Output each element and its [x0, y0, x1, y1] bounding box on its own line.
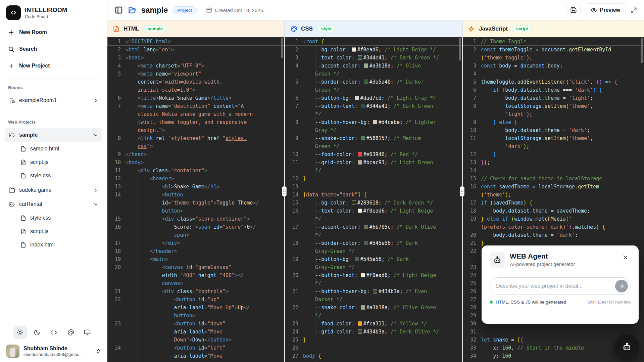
- grip-dots-icon: [461, 189, 463, 194]
- fullscreen-button[interactable]: [630, 7, 637, 14]
- sidebar-menu: New Room Search New Project: [5, 25, 102, 75]
- grip-dots-icon: [283, 189, 286, 194]
- file-name: sample.html: [30, 146, 59, 152]
- project-item-sudoku-game[interactable]: sudoku game: [5, 183, 102, 197]
- css-file-badge: style: [317, 25, 336, 32]
- folder-open-icon: [9, 132, 15, 138]
- theme-light-button[interactable]: [13, 326, 27, 339]
- html-scrollbar[interactable]: [281, 38, 283, 58]
- send-button[interactable]: [615, 280, 628, 292]
- preview-button[interactable]: Preview: [585, 3, 626, 17]
- sidebar: INTELLIROOM Code Smart New Room Search N…: [0, 0, 107, 362]
- file-item-style-css[interactable]: style.css: [18, 169, 102, 182]
- moon-icon: [34, 329, 40, 336]
- code-icon: [50, 329, 57, 336]
- file-item-sample-html[interactable]: sample.html: [18, 142, 102, 155]
- file-code-icon: [20, 160, 26, 165]
- search-label: Search: [19, 46, 37, 52]
- file-item-style-css[interactable]: style.css: [18, 211, 102, 225]
- css-panel: CSS style 1:root {2 --bg-color: #f0ead6;…: [284, 20, 462, 362]
- new-room-label: New Room: [19, 29, 47, 35]
- file-name: script.js: [30, 228, 48, 234]
- project-item-carRental[interactable]: carRental: [5, 197, 102, 211]
- profile-name: Shubham Shinde: [23, 346, 92, 352]
- css-panel-header: CSS style: [285, 20, 462, 37]
- new-project-label: New Project: [19, 63, 50, 69]
- new-project-button[interactable]: New Project: [5, 58, 102, 73]
- chevron-right-icon[interactable]: [93, 188, 98, 193]
- panel-resize-handle-2[interactable]: [460, 186, 464, 196]
- css-panel-label: CSS: [301, 26, 313, 32]
- avatar: [6, 345, 19, 358]
- theme-system-button[interactable]: [81, 326, 94, 339]
- agent-input-wrap: [490, 277, 631, 295]
- agent-note: HTML, CSS & JS will be generated: [496, 300, 566, 305]
- sidebar-divider: [5, 79, 102, 79]
- save-button[interactable]: [566, 3, 581, 17]
- page-title: sample: [141, 6, 168, 15]
- agent-subtitle: AI-powered project generator: [510, 261, 575, 267]
- file-item-index-html[interactable]: index.html: [18, 238, 102, 252]
- theme-code-button[interactable]: [47, 326, 60, 339]
- preview-label: Preview: [600, 7, 620, 13]
- file-name: style.css: [30, 173, 51, 179]
- app-logo-icon: [6, 5, 21, 20]
- project-item-sample[interactable]: sample: [5, 128, 102, 142]
- project-name: sudoku game: [19, 187, 51, 193]
- toggle-sidebar-button[interactable]: [115, 6, 123, 14]
- js-scrollbar[interactable]: [641, 38, 643, 63]
- html-panel-label: HTML: [123, 26, 139, 32]
- rooms-section-label: Rooms: [5, 84, 102, 93]
- profile-menu[interactable]: Shubham Shinde shindeshubham5356@gmai...: [6, 345, 101, 358]
- folder-icon: [9, 187, 15, 193]
- theme-dark-button[interactable]: [30, 326, 44, 339]
- html-file-badge: sample: [143, 25, 167, 32]
- js-zap-icon: [468, 26, 475, 32]
- chevron-down-icon[interactable]: [93, 133, 98, 138]
- app-logo-row: INTELLIROOM Code Smart: [5, 5, 102, 25]
- status-dot: [490, 301, 493, 304]
- web-agent-fab[interactable]: [614, 334, 639, 359]
- search-icon: [8, 46, 14, 52]
- file-name: script.js: [30, 159, 48, 165]
- robot-icon: [622, 342, 632, 352]
- chevrons-up-down-icon: [96, 349, 101, 354]
- panel-resize-handle-1[interactable]: [282, 186, 287, 196]
- search-button[interactable]: Search: [5, 42, 102, 56]
- file-item-script-js[interactable]: script.js: [18, 155, 102, 169]
- project-sample-files: sample.html script.js style.css: [13, 142, 102, 182]
- web-agent-card: WEB Agent AI-powered project generator: [482, 245, 639, 324]
- file-item-script-js[interactable]: script.js: [18, 225, 102, 238]
- eye-icon: [591, 7, 597, 13]
- close-icon[interactable]: [620, 252, 631, 264]
- file-name: index.html: [30, 242, 55, 248]
- theme-palette-button[interactable]: [64, 326, 77, 339]
- main-area: sample Project Created Oct 18, 2025 Prev…: [107, 0, 644, 362]
- html-file-icon: [113, 26, 119, 32]
- room-lock-icon: [9, 97, 15, 104]
- profile-email: shindeshubham5356@gmai...: [23, 352, 87, 357]
- file-name: style.css: [30, 215, 51, 221]
- plus-icon: [8, 29, 14, 36]
- chevron-down-icon[interactable]: [93, 202, 98, 207]
- css-editor[interactable]: 1:root {2 --bg-color: #f0ead6; /* Light …: [285, 37, 462, 362]
- css-scrollbar[interactable]: [459, 38, 461, 60]
- theme-switcher: [6, 326, 101, 339]
- save-icon: [570, 7, 577, 13]
- html-editor[interactable]: 1<!DOCTYPE html>2<html lang="en">3<head>…: [107, 37, 284, 362]
- project-carRental-files: style.css script.js index.html: [13, 211, 102, 252]
- expand-icon: [630, 7, 637, 14]
- chevron-right-icon[interactable]: [93, 98, 98, 103]
- new-room-button[interactable]: New Room: [5, 25, 102, 40]
- file-icon: [20, 173, 26, 179]
- robot-icon: [490, 252, 505, 268]
- room-item-exampleRoom1[interactable]: exampleRoom1: [5, 93, 102, 107]
- agent-prompt-input[interactable]: [496, 283, 612, 289]
- app-title: INTELLIROOM: [25, 7, 67, 14]
- app-root: INTELLIROOM Code Smart New Room Search N…: [0, 0, 644, 362]
- js-panel-header: JavaScript script: [463, 20, 644, 37]
- sidebar-footer: Shubham Shinde shindeshubham5356@gmai...: [0, 321, 107, 362]
- top-header: sample Project Created Oct 18, 2025 Prev…: [107, 0, 644, 20]
- js-panel-label: JavaScript: [479, 26, 508, 32]
- monitor-icon: [84, 329, 91, 336]
